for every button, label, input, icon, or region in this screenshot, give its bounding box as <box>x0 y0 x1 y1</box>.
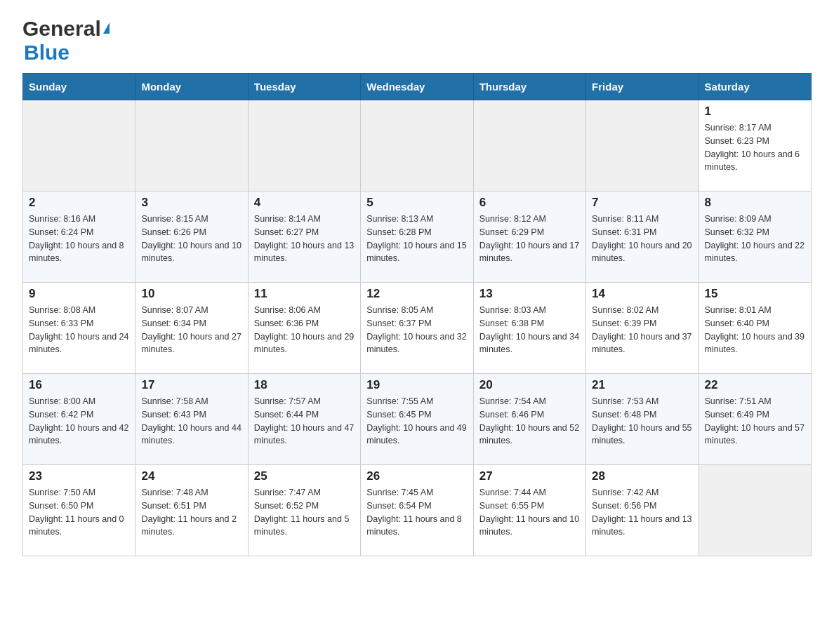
calendar-day-cell: 20Sunrise: 7:54 AM Sunset: 6:46 PM Dayli… <box>473 374 585 465</box>
calendar-day-cell <box>586 100 699 192</box>
day-info: Sunrise: 8:07 AM Sunset: 6:34 PM Dayligh… <box>141 304 241 356</box>
day-number: 2 <box>29 196 129 210</box>
day-number: 26 <box>366 469 467 483</box>
day-info: Sunrise: 8:11 AM Sunset: 6:31 PM Dayligh… <box>592 213 692 265</box>
day-info: Sunrise: 7:51 AM Sunset: 6:49 PM Dayligh… <box>705 395 805 448</box>
calendar-week-row: 9Sunrise: 8:08 AM Sunset: 6:33 PM Daylig… <box>23 283 812 374</box>
day-number: 4 <box>254 196 355 210</box>
logo-general-text: General <box>22 17 101 41</box>
calendar-header-row: Sunday Monday Tuesday Wednesday Thursday… <box>23 74 812 100</box>
calendar-day-cell: 22Sunrise: 7:51 AM Sunset: 6:49 PM Dayli… <box>699 374 811 465</box>
day-info: Sunrise: 8:15 AM Sunset: 6:26 PM Dayligh… <box>141 213 241 265</box>
day-number: 12 <box>366 287 467 301</box>
logo-triangle-icon <box>103 22 110 34</box>
day-info: Sunrise: 8:16 AM Sunset: 6:24 PM Dayligh… <box>29 213 129 265</box>
day-info: Sunrise: 8:08 AM Sunset: 6:33 PM Dayligh… <box>29 304 129 356</box>
calendar-day-cell <box>135 100 248 192</box>
day-number: 10 <box>141 287 241 301</box>
calendar-day-cell: 17Sunrise: 7:58 AM Sunset: 6:43 PM Dayli… <box>135 374 248 465</box>
day-number: 5 <box>366 196 467 210</box>
calendar-day-cell: 14Sunrise: 8:02 AM Sunset: 6:39 PM Dayli… <box>586 283 699 374</box>
day-info: Sunrise: 8:06 AM Sunset: 6:36 PM Dayligh… <box>254 304 355 356</box>
calendar-day-cell: 3Sunrise: 8:15 AM Sunset: 6:26 PM Daylig… <box>135 192 248 283</box>
day-info: Sunrise: 7:53 AM Sunset: 6:48 PM Dayligh… <box>592 395 692 448</box>
calendar-day-cell: 10Sunrise: 8:07 AM Sunset: 6:34 PM Dayli… <box>135 283 248 374</box>
day-number: 13 <box>479 287 580 301</box>
day-info: Sunrise: 7:44 AM Sunset: 6:55 PM Dayligh… <box>479 486 580 539</box>
calendar-day-cell: 1Sunrise: 8:17 AM Sunset: 6:23 PM Daylig… <box>699 100 811 192</box>
day-number: 9 <box>29 287 129 301</box>
day-number: 18 <box>254 378 355 392</box>
col-thursday: Thursday <box>473 74 585 100</box>
calendar-week-row: 2Sunrise: 8:16 AM Sunset: 6:24 PM Daylig… <box>23 192 812 283</box>
calendar-table: Sunday Monday Tuesday Wednesday Thursday… <box>22 73 812 556</box>
calendar-day-cell <box>23 100 135 192</box>
calendar-day-cell: 2Sunrise: 8:16 AM Sunset: 6:24 PM Daylig… <box>23 192 135 283</box>
col-sunday: Sunday <box>23 74 135 100</box>
day-info: Sunrise: 7:57 AM Sunset: 6:44 PM Dayligh… <box>254 395 355 448</box>
calendar-day-cell <box>473 100 585 192</box>
logo-blue-text: Blue <box>24 41 70 64</box>
calendar-day-cell <box>361 100 473 192</box>
day-info: Sunrise: 7:58 AM Sunset: 6:43 PM Dayligh… <box>141 395 241 448</box>
day-number: 24 <box>141 469 241 483</box>
calendar-day-cell: 23Sunrise: 7:50 AM Sunset: 6:50 PM Dayli… <box>23 465 135 556</box>
day-number: 15 <box>705 287 805 301</box>
calendar-day-cell: 4Sunrise: 8:14 AM Sunset: 6:27 PM Daylig… <box>248 192 360 283</box>
calendar-day-cell <box>248 100 360 192</box>
page-header: General Blue <box>22 17 812 65</box>
day-info: Sunrise: 7:55 AM Sunset: 6:45 PM Dayligh… <box>366 395 467 448</box>
day-info: Sunrise: 7:47 AM Sunset: 6:52 PM Dayligh… <box>254 486 355 539</box>
calendar-day-cell: 13Sunrise: 8:03 AM Sunset: 6:38 PM Dayli… <box>473 283 585 374</box>
col-monday: Monday <box>135 74 248 100</box>
day-info: Sunrise: 7:45 AM Sunset: 6:54 PM Dayligh… <box>366 486 467 539</box>
day-number: 23 <box>29 469 129 483</box>
calendar-day-cell: 11Sunrise: 8:06 AM Sunset: 6:36 PM Dayli… <box>248 283 360 374</box>
calendar-day-cell <box>699 465 811 556</box>
day-number: 17 <box>141 378 241 392</box>
day-number: 7 <box>592 196 692 210</box>
day-number: 14 <box>592 287 692 301</box>
day-info: Sunrise: 8:14 AM Sunset: 6:27 PM Dayligh… <box>254 213 355 265</box>
day-number: 6 <box>479 196 580 210</box>
col-saturday: Saturday <box>699 74 811 100</box>
day-info: Sunrise: 8:13 AM Sunset: 6:28 PM Dayligh… <box>366 213 467 265</box>
day-number: 19 <box>366 378 467 392</box>
logo: General Blue <box>22 17 110 65</box>
calendar-week-row: 16Sunrise: 8:00 AM Sunset: 6:42 PM Dayli… <box>23 374 812 465</box>
day-info: Sunrise: 8:01 AM Sunset: 6:40 PM Dayligh… <box>705 304 805 356</box>
calendar-day-cell: 18Sunrise: 7:57 AM Sunset: 6:44 PM Dayli… <box>248 374 360 465</box>
col-wednesday: Wednesday <box>361 74 473 100</box>
day-info: Sunrise: 7:42 AM Sunset: 6:56 PM Dayligh… <box>592 486 692 539</box>
calendar-day-cell: 19Sunrise: 7:55 AM Sunset: 6:45 PM Dayli… <box>361 374 473 465</box>
calendar-day-cell: 8Sunrise: 8:09 AM Sunset: 6:32 PM Daylig… <box>699 192 811 283</box>
day-number: 27 <box>479 469 580 483</box>
day-number: 1 <box>705 105 805 119</box>
calendar-day-cell: 27Sunrise: 7:44 AM Sunset: 6:55 PM Dayli… <box>473 465 585 556</box>
calendar-day-cell: 9Sunrise: 8:08 AM Sunset: 6:33 PM Daylig… <box>23 283 135 374</box>
col-friday: Friday <box>586 74 699 100</box>
day-info: Sunrise: 8:17 AM Sunset: 6:23 PM Dayligh… <box>705 121 805 174</box>
calendar-day-cell: 7Sunrise: 8:11 AM Sunset: 6:31 PM Daylig… <box>586 192 699 283</box>
day-info: Sunrise: 7:50 AM Sunset: 6:50 PM Dayligh… <box>29 486 129 539</box>
day-info: Sunrise: 7:48 AM Sunset: 6:51 PM Dayligh… <box>141 486 241 539</box>
day-number: 16 <box>29 378 129 392</box>
day-number: 8 <box>705 196 805 210</box>
day-number: 3 <box>141 196 241 210</box>
calendar-day-cell: 25Sunrise: 7:47 AM Sunset: 6:52 PM Dayli… <box>248 465 360 556</box>
day-number: 22 <box>705 378 805 392</box>
day-info: Sunrise: 8:05 AM Sunset: 6:37 PM Dayligh… <box>366 304 467 356</box>
calendar-day-cell: 26Sunrise: 7:45 AM Sunset: 6:54 PM Dayli… <box>361 465 473 556</box>
calendar-day-cell: 21Sunrise: 7:53 AM Sunset: 6:48 PM Dayli… <box>586 374 699 465</box>
day-info: Sunrise: 8:00 AM Sunset: 6:42 PM Dayligh… <box>29 395 129 448</box>
calendar-day-cell: 15Sunrise: 8:01 AM Sunset: 6:40 PM Dayli… <box>699 283 811 374</box>
day-number: 25 <box>254 469 355 483</box>
day-number: 21 <box>592 378 692 392</box>
calendar-day-cell: 5Sunrise: 8:13 AM Sunset: 6:28 PM Daylig… <box>361 192 473 283</box>
col-tuesday: Tuesday <box>248 74 360 100</box>
day-info: Sunrise: 8:12 AM Sunset: 6:29 PM Dayligh… <box>479 213 580 265</box>
day-number: 28 <box>592 469 692 483</box>
calendar-week-row: 23Sunrise: 7:50 AM Sunset: 6:50 PM Dayli… <box>23 465 812 556</box>
day-number: 20 <box>479 378 580 392</box>
day-info: Sunrise: 7:54 AM Sunset: 6:46 PM Dayligh… <box>479 395 580 448</box>
